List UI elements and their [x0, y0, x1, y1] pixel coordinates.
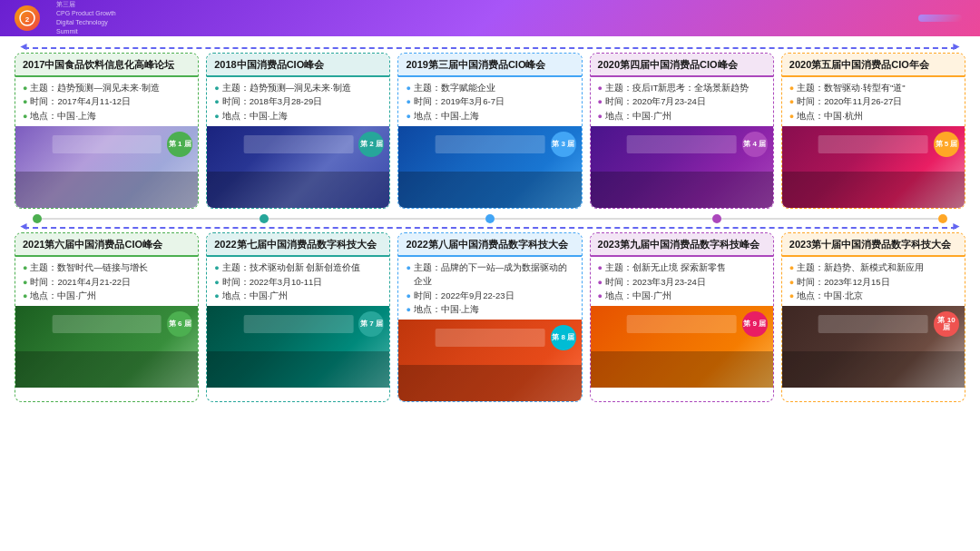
timeline-dot	[260, 214, 269, 223]
edition-badge: 第 2 届	[358, 132, 384, 157]
theme-item: ● 主题：疫后IT新思考：全场景新趋势	[598, 81, 766, 94]
bullet-icon: ●	[789, 261, 794, 274]
audience-overlay	[15, 172, 198, 208]
time-item: ● 时间：2023年12月15日	[789, 275, 957, 289]
logo-icon: 2	[15, 5, 40, 31]
stage-decoration	[243, 135, 353, 153]
conference-card: 2020第五届中国消费品CIO年会 ● 主题：数智驱动·转型有"道" ● 时间：…	[781, 53, 965, 209]
theme-item: ● 主题：品牌的下一站—成为数据驱动的企业	[406, 261, 573, 288]
theme-item: ● 主题：数字赋能企业	[406, 81, 573, 94]
arrow-right2-icon: ►	[951, 220, 962, 232]
timeline-mid: ◄ ►	[24, 227, 956, 229]
time-text: 时间：2021年4月21-22日	[30, 275, 131, 289]
bullet3-icon: ●	[789, 290, 794, 302]
card-info: ● 主题：创新无止境 探索新零售 ● 时间：2023年3月23-24日 ● 地点…	[591, 257, 773, 306]
bullet-icon: ●	[598, 261, 603, 274]
card-info: ● 主题：数智时代—链接与增长 ● 时间：2021年4月21-22日 ● 地点：…	[15, 257, 198, 306]
dot-line	[42, 218, 260, 220]
location-item: ● 地点：中国·广州	[598, 289, 766, 302]
bullet-icon: ●	[598, 82, 603, 94]
bullet2-icon: ●	[789, 276, 794, 289]
time-item: ● 时间：2021年4月21-22日	[23, 275, 191, 289]
bullet-icon: ●	[23, 261, 27, 274]
time-item: ● 时间：2020年7月23-24日	[598, 94, 766, 108]
location-text: 地点：中国·广州	[30, 289, 96, 302]
card-image: 第 4 届	[591, 126, 773, 208]
conference-card: 2018中国消费品CIO峰会 ● 主题：趋势预测—洞见未来·制造 ● 时间：20…	[206, 53, 390, 209]
timeline-top: ◄ ►	[24, 47, 956, 49]
stage-decoration	[436, 135, 545, 153]
audience-overlay	[207, 351, 389, 388]
conference-card: 2017中国食品饮料信息化高峰论坛 ● 主题：趋势预测—洞见未来·制造 ● 时间…	[15, 53, 199, 209]
bullet2-icon: ●	[406, 290, 410, 302]
audience-overlay	[207, 172, 389, 208]
card-image: 第 2 届	[207, 126, 389, 208]
theme-item: ● 主题：趋势预测—洞见未来·制造	[214, 81, 382, 94]
card-title: 2022第八届中国消费品数字科技大会	[406, 238, 567, 251]
location-item: ● 地点：中国·广州	[214, 289, 382, 302]
time-item: ● 时间：2020年11月26-27日	[789, 94, 957, 108]
theme-item: ● 主题：新趋势、新模式和新应用	[789, 261, 957, 274]
stage-decoration	[818, 135, 928, 153]
card-title: 2022第七届中国消费品数字科技大会	[214, 238, 376, 251]
theme-text: 主题：趋势预测—洞见未来·制造	[30, 81, 159, 94]
location-text: 地点：中国·上海	[414, 109, 480, 123]
card-title: 2023第十届中国消费品数字科技大会	[789, 238, 951, 251]
time-text: 时间：2017年4月11-12日	[30, 94, 131, 108]
time-text: 时间：2022年3月10-11日	[222, 275, 323, 289]
location-item: ● 地点：中国·广州	[598, 109, 766, 123]
audience-overlay	[782, 351, 965, 388]
card-title: 2023第九届中国消费品数字科技峰会	[598, 238, 760, 251]
card-info: ● 主题：数智驱动·转型有"道" ● 时间：2020年11月26-27日 ● 地…	[782, 77, 965, 126]
edition-badge: 第 10 届	[934, 311, 959, 337]
edition-badge: 第 8 届	[551, 325, 576, 350]
location-item: ● 地点：中国·上海	[214, 109, 382, 123]
card-info: ● 主题：品牌的下一站—成为数据驱动的企业 ● 时间：2022年9月22-23日…	[398, 257, 581, 320]
bullet2-icon: ●	[598, 95, 603, 108]
card-image: 第 9 届	[591, 306, 773, 388]
cards-row-1: 2017中国食品饮料信息化高峰论坛 ● 主题：趋势预测—洞见未来·制造 ● 时间…	[15, 53, 965, 209]
bullet2-icon: ●	[214, 95, 219, 108]
timeline-dot	[712, 214, 721, 223]
theme-text: 主题：品牌的下一站—成为数据驱动的企业	[414, 261, 574, 288]
stage-decoration	[436, 329, 545, 347]
card-image: 第 6 届	[15, 306, 198, 388]
bullet2-icon: ●	[214, 276, 219, 289]
time-text: 时间：2020年11月26-27日	[797, 94, 902, 108]
bullet3-icon: ●	[23, 290, 27, 302]
card-title: 2020第四届中国消费品CIO峰会	[598, 58, 738, 72]
dots-row-1	[15, 212, 965, 225]
bullet3-icon: ●	[406, 303, 410, 316]
time-text: 时间：2019年3月6-7日	[414, 94, 505, 108]
location-item: ● 地点：中国·杭州	[789, 109, 957, 123]
timeline-dot	[938, 214, 947, 223]
location-item: ● 地点：中国·北京	[789, 289, 957, 302]
bullet3-icon: ●	[214, 290, 219, 302]
bullet-icon: ●	[214, 261, 219, 274]
location-item: ● 地点：中国·上海	[406, 109, 573, 123]
card-info: ● 主题：疫后IT新思考：全场景新趋势 ● 时间：2020年7月23-24日 ●…	[591, 77, 773, 126]
card-title: 2020第五届中国消费品CIO年会	[789, 58, 929, 72]
main-content: ◄ ► 2017中国食品饮料信息化高峰论坛 ● 主题：趋势预测—洞见未来·制造 …	[0, 36, 980, 413]
location-text: 地点：中国·广州	[605, 109, 671, 123]
theme-text: 主题：技术驱动创新 创新创造价值	[222, 261, 361, 274]
conference-card: 2021第六届中国消费品CIO峰会 ● 主题：数智时代—链接与增长 ● 时间：2…	[15, 232, 199, 402]
location-text: 地点：中国·北京	[797, 289, 863, 302]
timeline-dot	[485, 214, 495, 223]
location-item: ● 地点：中国·上海	[406, 302, 573, 316]
arrow-left-icon: ◄	[18, 40, 29, 53]
time-text: 时间：2020年7月23-24日	[605, 94, 706, 108]
bullet-icon: ●	[214, 82, 219, 94]
timeline-dot	[33, 214, 42, 223]
card-image: 第 7 届	[207, 306, 389, 388]
card-title: 2021第六届中国消费品CIO峰会	[23, 238, 162, 251]
audience-overlay	[591, 351, 773, 388]
edition-badge: 第 4 届	[742, 132, 768, 157]
card-info: ● 主题：趋势预测—洞见未来·制造 ● 时间：2018年3月28-29日 ● 地…	[207, 77, 389, 126]
time-item: ● 时间：2022年9月22-23日	[406, 289, 573, 302]
bullet3-icon: ●	[214, 110, 219, 123]
card-info: ● 主题：趋势预测—洞见未来·制造 ● 时间：2017年4月11-12日 ● 地…	[15, 77, 198, 126]
time-item: ● 时间：2017年4月11-12日	[23, 94, 191, 108]
arrow-right-icon: ►	[951, 40, 962, 53]
location-text: 地点：中国·上海	[30, 109, 96, 123]
